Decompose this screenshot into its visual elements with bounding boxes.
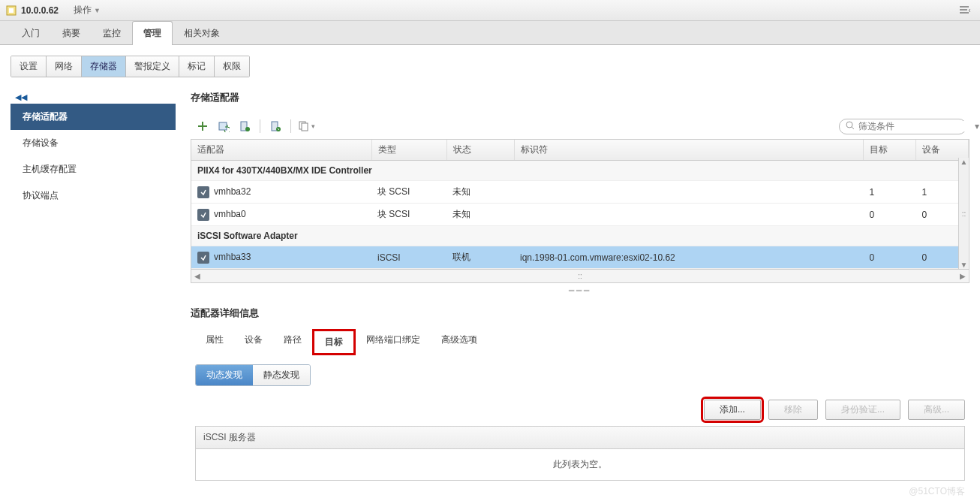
subtab-alarms[interactable]: 警报定义 bbox=[126, 56, 179, 77]
adapters-title: 存储适配器 bbox=[191, 91, 969, 104]
adapter-icon bbox=[197, 186, 209, 198]
topbar-left: 10.0.0.62 操作 ▼ bbox=[6, 4, 101, 17]
detail-tab-devices[interactable]: 设备 bbox=[234, 329, 273, 355]
toolbar-separator bbox=[290, 119, 291, 133]
table-header-row: 适配器 类型 状态 标识符 目标 设备 bbox=[191, 140, 969, 161]
filter-input[interactable] bbox=[858, 121, 971, 131]
button-row: 添加... 移除 身份验证... 高级... bbox=[195, 400, 965, 420]
subtab-storage[interactable]: 存储器 bbox=[82, 56, 126, 77]
tab-getting-started[interactable]: 入门 bbox=[11, 21, 51, 45]
main-column: 存储适配器 ▾ ▾ bbox=[191, 91, 969, 481]
col-iscsi-server[interactable]: iSCSI 服务器 bbox=[196, 427, 964, 449]
actions-menu[interactable]: 操作 ▼ bbox=[74, 4, 101, 17]
group-row: PIIX4 for 430TX/440BX/MX IDE Controller bbox=[191, 161, 969, 181]
table-row[interactable]: vmhba0 块 SCSI 未知 0 0 bbox=[191, 204, 969, 226]
detail-tab-properties[interactable]: 属性 bbox=[195, 329, 234, 355]
discovery-tabs: 动态发现 静态发现 bbox=[195, 364, 311, 386]
subtab-settings[interactable]: 设置 bbox=[11, 56, 47, 77]
subtab-tags[interactable]: 标记 bbox=[179, 56, 215, 77]
auth-button[interactable]: 身份验证... bbox=[825, 400, 900, 420]
sidebar-item-adapters[interactable]: 存储适配器 bbox=[11, 104, 176, 130]
advanced-button[interactable]: 高级... bbox=[908, 400, 965, 420]
remove-button[interactable]: 移除 bbox=[768, 400, 818, 420]
pill-static-discovery[interactable]: 静态发现 bbox=[253, 365, 310, 385]
content-area: 设置 网络 存储器 警报定义 标记 权限 ◀◀ 存储适配器 存储设备 主机缓存配… bbox=[0, 45, 980, 491]
chevron-down-icon: ▾ bbox=[311, 122, 315, 130]
svg-point-9 bbox=[846, 122, 852, 128]
detail-tab-paths[interactable]: 路径 bbox=[273, 329, 312, 355]
scroll-left-icon[interactable]: ◀ bbox=[194, 272, 200, 280]
filter-dropdown-icon[interactable]: ▾ bbox=[975, 121, 979, 131]
pill-dynamic-discovery[interactable]: 动态发现 bbox=[196, 365, 253, 385]
sidebar-item-devices[interactable]: 存储设备 bbox=[11, 130, 176, 156]
horizontal-scrollbar[interactable]: ◀::▶ bbox=[191, 269, 969, 282]
col-type[interactable]: 类型 bbox=[371, 140, 446, 161]
scroll-right-icon[interactable]: ▶ bbox=[960, 272, 966, 280]
col-status[interactable]: 状态 bbox=[446, 140, 514, 161]
panel-menu-icon[interactable] bbox=[957, 3, 974, 18]
details-title: 适配器详细信息 bbox=[191, 306, 969, 320]
collapse-icon[interactable]: ◀◀ bbox=[11, 91, 176, 104]
add-adapter-icon[interactable] bbox=[194, 118, 212, 134]
svg-rect-2 bbox=[219, 122, 227, 130]
sidebar-item-protocol-endpoints[interactable]: 协议端点 bbox=[11, 183, 176, 209]
vertical-scrollbar[interactable]: ▲::▼ bbox=[958, 158, 969, 269]
svg-rect-1 bbox=[9, 8, 14, 13]
resize-handle[interactable]: ━━━ bbox=[191, 285, 969, 296]
adapters-table: 适配器 类型 状态 标识符 目标 设备 PIIX4 for 430TX/440B… bbox=[191, 139, 969, 283]
refresh-icon[interactable] bbox=[215, 118, 233, 134]
detail-tabs: 属性 设备 路径 目标 网络端口绑定 高级选项 bbox=[195, 329, 969, 355]
add-button[interactable]: 添加... bbox=[704, 400, 761, 420]
adapter-icon bbox=[197, 252, 209, 264]
sidebar-item-host-cache[interactable]: 主机缓存配置 bbox=[11, 156, 176, 183]
detail-tab-advanced[interactable]: 高级选项 bbox=[431, 329, 488, 355]
search-icon bbox=[846, 121, 855, 132]
chevron-down-icon: ▼ bbox=[94, 7, 101, 14]
col-adapter[interactable]: 适配器 bbox=[191, 140, 371, 161]
sidebar: ◀◀ 存储适配器 存储设备 主机缓存配置 协议端点 bbox=[11, 91, 176, 481]
tab-summary[interactable]: 摘要 bbox=[51, 21, 92, 45]
detail-tab-network-binding[interactable]: 网络端口绑定 bbox=[356, 329, 431, 355]
actions-label: 操作 bbox=[74, 4, 92, 17]
tab-related[interactable]: 相关对象 bbox=[173, 21, 231, 45]
svg-rect-8 bbox=[302, 123, 308, 131]
host-icon bbox=[6, 5, 17, 16]
tab-monitor[interactable]: 监控 bbox=[92, 21, 132, 45]
toolbar-separator bbox=[260, 119, 260, 133]
tab-manage[interactable]: 管理 bbox=[132, 21, 173, 45]
rescan-all-icon[interactable] bbox=[266, 118, 284, 134]
top-bar: 10.0.0.62 操作 ▼ bbox=[0, 0, 980, 21]
iscsi-server-table: iSCSI 服务器 此列表为空。 bbox=[195, 426, 965, 481]
copy-icon[interactable]: ▾ bbox=[297, 118, 315, 134]
svg-point-4 bbox=[245, 127, 250, 131]
sub-tabs: 设置 网络 存储器 警报定义 标记 权限 bbox=[11, 56, 250, 77]
rescan-icon[interactable] bbox=[236, 118, 254, 134]
table-row-selected[interactable]: vmhba33 iSCSI 联机 iqn.1998-01.com.vmware:… bbox=[191, 246, 969, 269]
col-identifier[interactable]: 标识符 bbox=[514, 140, 864, 161]
filter-box[interactable]: ▾ bbox=[839, 119, 966, 134]
subtab-permissions[interactable]: 权限 bbox=[215, 56, 249, 77]
col-targets[interactable]: 目标 bbox=[864, 140, 916, 161]
adapter-icon bbox=[197, 209, 209, 221]
adapters-toolbar: ▾ ▾ bbox=[191, 113, 969, 139]
detail-tab-targets[interactable]: 目标 bbox=[312, 329, 356, 355]
subtab-network[interactable]: 网络 bbox=[47, 56, 82, 77]
group-row: iSCSI Software Adapter bbox=[191, 226, 969, 246]
table-row[interactable]: vmhba32 块 SCSI 未知 1 1 bbox=[191, 181, 969, 204]
empty-message: 此列表为空。 bbox=[196, 449, 964, 480]
host-ip: 10.0.0.62 bbox=[21, 5, 59, 16]
main-tabs: 入门 摘要 监控 管理 相关对象 bbox=[0, 21, 980, 45]
